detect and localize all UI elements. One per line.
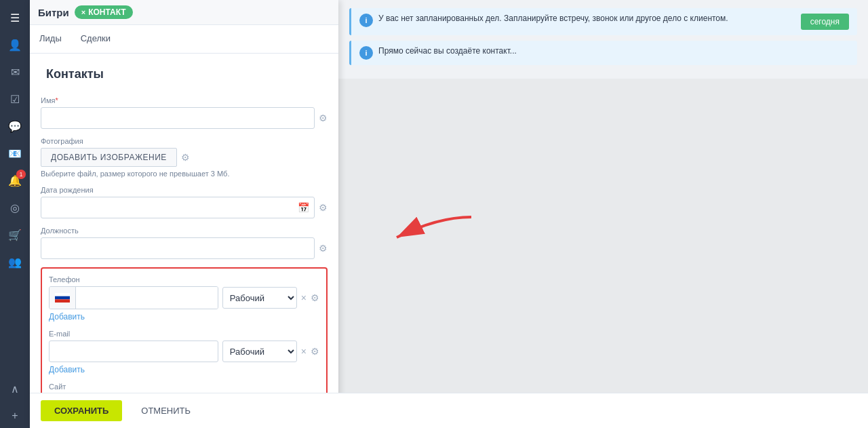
sidebar-icon-grid[interactable]: ☰ xyxy=(3,5,27,30)
alert-badge: 1 xyxy=(16,170,26,179)
form-footer: СОХРАНИТЬ ОТМЕНИТЬ xyxy=(30,393,868,428)
site-label: Сайт xyxy=(49,383,319,391)
form-header: Битри × КОНТАКТ xyxy=(30,0,338,25)
phone-gear-icon[interactable]: ⚙ xyxy=(311,292,319,303)
name-label: Имя* xyxy=(41,96,328,104)
position-gear-icon[interactable]: ⚙ xyxy=(319,243,328,254)
email-input[interactable] xyxy=(49,341,218,362)
sidebar-icon-plus[interactable]: + xyxy=(3,404,27,428)
app-logo: Битри xyxy=(38,7,69,18)
tag-close[interactable]: × xyxy=(81,8,85,16)
date-gear-icon[interactable]: ⚙ xyxy=(319,202,328,213)
svg-rect-1 xyxy=(55,293,70,296)
phone-label: Телефон xyxy=(49,275,319,284)
phone-field: Телефон Р xyxy=(49,275,319,322)
info-text-creating: Прямо сейчас вы создаёте контакт... xyxy=(378,46,517,56)
sidebar-icon-chat[interactable]: 💬 xyxy=(3,114,27,138)
email-add-link[interactable]: Добавить xyxy=(49,365,85,374)
birthdate-label: Дата рождения xyxy=(41,186,328,194)
name-field: Имя* ⚙ xyxy=(41,96,328,129)
phone-remove-icon[interactable]: × xyxy=(301,292,307,303)
phone-add-link[interactable]: Добавить xyxy=(49,312,85,322)
photo-gear-icon[interactable]: ⚙ xyxy=(181,152,190,163)
right-panel-content xyxy=(338,79,868,428)
date-input-wrap: 📅 xyxy=(41,197,315,218)
form-overlay: Битри × КОНТАКТ Лиды Сделки Контакты Имя… xyxy=(30,0,338,428)
form-content: Имя* ⚙ Фотография ДОБАВИТЬ ИЗОБРАЖЕНИЕ ⚙… xyxy=(30,88,338,428)
name-input[interactable] xyxy=(41,107,315,129)
photo-hint: Выберите файл, размер которого не превыш… xyxy=(41,170,328,178)
email-label: E-mail xyxy=(49,330,319,338)
top-nav: Лиды Сделки xyxy=(30,25,338,54)
phone-input[interactable] xyxy=(76,287,218,309)
sidebar-icon-cart[interactable]: 🛒 xyxy=(3,222,27,247)
svg-rect-2 xyxy=(55,296,70,300)
position-input[interactable] xyxy=(41,237,315,259)
phone-input-wrap xyxy=(49,286,218,309)
sidebar-icon-contacts[interactable]: 👤 xyxy=(3,33,27,57)
today-button[interactable]: сегодня xyxy=(801,14,849,30)
cancel-button[interactable]: ОТМЕНИТЬ xyxy=(130,400,201,421)
phone-type-select[interactable]: Рабочий Мобильный Домашний xyxy=(222,287,297,309)
contacts-header: Контакты xyxy=(38,59,330,85)
right-panel: i У вас нет запланированных дел. Заплани… xyxy=(338,0,868,428)
calendar-icon[interactable]: 📅 xyxy=(298,202,309,213)
info-icon-schedule: i xyxy=(359,14,373,27)
svg-rect-3 xyxy=(55,299,70,303)
photo-button[interactable]: ДОБАВИТЬ ИЗОБРАЖЕНИЕ xyxy=(41,148,177,167)
contact-tag: × КОНТАКТ xyxy=(75,5,133,19)
sidebar-icon-people[interactable]: 👥 xyxy=(3,250,27,274)
email-type-select[interactable]: Рабочий Личный xyxy=(222,341,297,362)
email-field: E-mail Рабочий Личный × ⚙ Добавить xyxy=(49,330,319,374)
photo-field: Фотография ДОБАВИТЬ ИЗОБРАЖЕНИЕ ⚙ Выбери… xyxy=(41,137,328,178)
nav-deals[interactable]: Сделки xyxy=(71,25,120,53)
nav-leads[interactable]: Лиды xyxy=(30,25,71,53)
sidebar-icon-mail[interactable]: 📧 xyxy=(3,141,27,166)
sidebar: ☰ 👤 ✉ ☑ 💬 📧 🔔 1 ◎ 🛒 👥 ∧ + xyxy=(0,0,30,428)
info-box-schedule: i У вас нет запланированных дел. Заплани… xyxy=(349,8,857,35)
date-input[interactable] xyxy=(41,197,315,218)
photo-label: Фотография xyxy=(41,137,328,145)
birthdate-field: Дата рождения 📅 ⚙ xyxy=(41,186,328,218)
info-text-schedule: У вас нет запланированных дел. Запланиру… xyxy=(378,14,795,23)
save-button[interactable]: СОХРАНИТЬ xyxy=(41,400,122,421)
name-gear-icon[interactable]: ⚙ xyxy=(319,113,328,123)
position-label: Должность xyxy=(41,227,328,235)
phone-flag[interactable] xyxy=(50,287,76,309)
tag-label: КОНТАКТ xyxy=(88,7,126,17)
sidebar-icon-alert[interactable]: 🔔 1 xyxy=(3,168,27,193)
russia-flag-icon xyxy=(55,293,70,303)
sidebar-icon-tasks[interactable]: ☑ xyxy=(3,87,27,111)
info-box-creating: i Прямо сейчас вы создаёте контакт... xyxy=(349,41,857,65)
sidebar-icon-up[interactable]: ∧ xyxy=(3,376,27,401)
sidebar-icon-inbox[interactable]: ✉ xyxy=(3,60,27,84)
email-gear-icon[interactable]: ⚙ xyxy=(311,346,319,357)
email-remove-icon[interactable]: × xyxy=(301,346,307,357)
info-icon-creating: i xyxy=(359,46,373,60)
position-field: Должность ⚙ xyxy=(41,227,328,259)
sidebar-icon-goal[interactable]: ◎ xyxy=(3,195,27,220)
